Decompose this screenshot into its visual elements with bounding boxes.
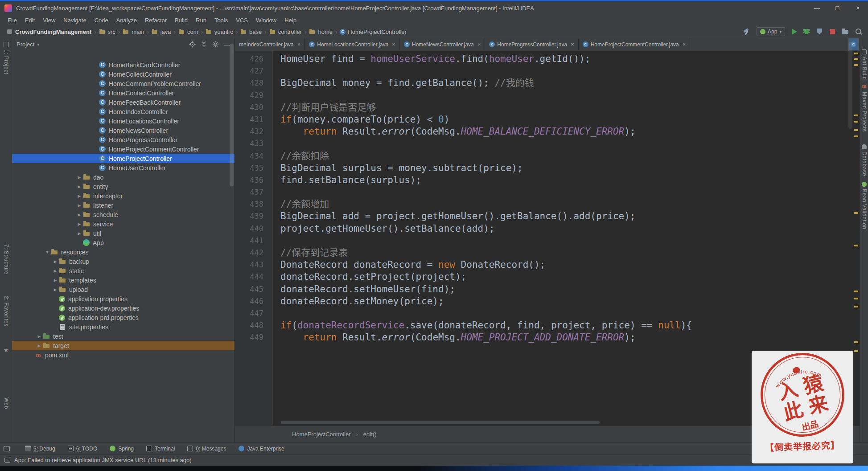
tab-meindexcontroller-java[interactable]: meIndexController.java× <box>235 38 305 50</box>
tree-item-homebankcardcontroller[interactable]: CHomeBankCardController <box>12 60 234 70</box>
menu-vcs[interactable]: VCS <box>232 16 252 25</box>
settings-icon[interactable] <box>212 41 219 48</box>
expand-icon[interactable]: ▶ <box>76 213 83 217</box>
tree-item-homeprogresscontroller[interactable]: CHomeProgressController <box>12 135 234 144</box>
breadcrumb-homeprojectcontroller[interactable]: HomeProjectController <box>292 431 351 438</box>
tool-button-web[interactable]: Web <box>0 397 12 409</box>
expand-icon[interactable]: ▶ <box>52 259 59 264</box>
tool-button-5-debug[interactable]: 5: Debug <box>25 446 55 452</box>
expand-icon[interactable]: ▶ <box>76 184 83 189</box>
run-icon[interactable] <box>789 27 798 36</box>
debug-icon[interactable] <box>802 27 811 36</box>
breadcrumb-edit[interactable]: edit() <box>363 431 377 438</box>
tree-item-homecollectcontroller[interactable]: CHomeCollectController <box>12 70 234 79</box>
expand-icon[interactable]: ▶ <box>76 175 83 180</box>
tree-item-upload[interactable]: ▶upload <box>12 285 234 294</box>
collapse-all-icon[interactable] <box>201 41 207 48</box>
horizontal-scrollbar[interactable] <box>281 421 600 424</box>
tree-item-homeindexcontroller[interactable]: CHomeIndexController <box>12 107 234 116</box>
expand-icon[interactable]: ▶ <box>52 287 59 292</box>
close-tab-icon[interactable]: × <box>477 41 481 48</box>
tree-item-dao[interactable]: ▶dao <box>12 172 234 182</box>
warning-mark-icon[interactable] <box>854 245 858 246</box>
tree-item-homecommonproblemcontroller[interactable]: CHomeCommonProblemController <box>12 79 234 88</box>
menu-refactor[interactable]: Refactor <box>141 16 171 25</box>
tree-item-site-properties[interactable]: site.properties <box>12 322 234 332</box>
warning-mark-icon[interactable] <box>854 129 858 131</box>
tree-item-service[interactable]: ▶service <box>12 219 234 229</box>
tool-button-spring[interactable]: Spring <box>110 446 134 452</box>
expand-icon[interactable]: ▶ <box>76 194 83 198</box>
breadcrumb-base[interactable]: base <box>239 29 263 35</box>
tree-item-application-dev-properties[interactable]: application-dev.properties <box>12 303 234 313</box>
tree-item-homeprojectcommentcontroller[interactable]: CHomeProjectCommentController <box>12 144 234 154</box>
minimize-button[interactable]: — <box>806 1 827 15</box>
tree-item-target[interactable]: ▶target <box>12 341 234 350</box>
tool-button-bean-validation[interactable]: Bean Validation <box>860 182 868 229</box>
menu-edit[interactable]: Edit <box>21 16 39 25</box>
tree-item-homelocationscontroller[interactable]: CHomeLocationsController <box>12 116 234 126</box>
menu-tools[interactable]: Tools <box>210 16 232 25</box>
warning-mark-icon[interactable] <box>854 58 858 60</box>
tool-button-favorites[interactable]: 2: Favorites <box>0 296 12 327</box>
menu-analyze[interactable]: Analyze <box>112 16 141 25</box>
warning-mark-icon[interactable] <box>854 350 858 352</box>
tree-item-backup[interactable]: ▶backup <box>12 257 234 266</box>
tree-item-resources[interactable]: ▼resources <box>12 247 234 257</box>
expand-icon[interactable]: ▶ <box>36 334 43 339</box>
tool-button-java-enterprise[interactable]: Java Enterprise <box>239 446 284 452</box>
event-log-icon[interactable] <box>4 458 10 463</box>
close-button[interactable]: × <box>847 1 868 15</box>
breadcrumb-src[interactable]: src <box>98 29 116 35</box>
project-tree-scrollbar[interactable] <box>230 44 234 186</box>
warning-mark-icon[interactable] <box>854 212 858 214</box>
tab-homenewscontroller-java[interactable]: CHomeNewsController.java× <box>400 38 485 50</box>
tree-item-app[interactable]: App <box>12 238 234 247</box>
warning-mark-icon[interactable] <box>854 121 858 123</box>
warning-mark-icon[interactable] <box>854 298 858 299</box>
menu-help[interactable]: Help <box>280 16 300 25</box>
expand-icon[interactable]: ▶ <box>76 231 83 236</box>
menu-file[interactable]: File <box>4 16 21 25</box>
menu-window[interactable]: Window <box>252 16 280 25</box>
breadcrumb-java[interactable]: java <box>151 29 172 35</box>
tab-homeprojectcommentcontroller-java[interactable]: CHomeProjectCommentController.java× <box>579 38 691 50</box>
vertical-scrollbar[interactable] <box>848 42 852 129</box>
warning-mark-icon[interactable] <box>854 115 858 116</box>
breadcrumb-home[interactable]: home <box>308 29 333 35</box>
close-tab-icon[interactable]: × <box>683 41 686 48</box>
favorites-star-icon[interactable]: ★ <box>0 347 12 353</box>
tree-item-homeprojectcontroller[interactable]: CHomeProjectController <box>12 154 234 163</box>
tool-button-database[interactable]: Database <box>860 144 868 176</box>
coverage-icon[interactable] <box>815 27 824 36</box>
menu-code[interactable]: Code <box>91 16 112 25</box>
menu-navigate[interactable]: Navigate <box>59 16 90 25</box>
warning-mark-icon[interactable] <box>854 64 858 66</box>
menu-run[interactable]: Run <box>192 16 210 25</box>
close-tab-icon[interactable]: × <box>392 41 395 48</box>
tree-item-test[interactable]: ▶test <box>12 332 234 341</box>
warning-mark-icon[interactable] <box>854 341 858 343</box>
tree-item-templates[interactable]: ▶templates <box>12 275 234 285</box>
tree-item-homefeedbackcontroller[interactable]: CHomeFeedBackController <box>12 98 234 107</box>
tab-homelocationscontroller-java[interactable]: CHomeLocationsController.java× <box>305 38 400 50</box>
tool-button-terminal[interactable]: Terminal <box>146 446 175 452</box>
expand-icon[interactable]: ▶ <box>36 344 43 348</box>
expand-icon[interactable]: ▼ <box>44 250 51 254</box>
open-folder-icon[interactable] <box>841 27 850 36</box>
expand-icon[interactable]: ▶ <box>52 269 59 273</box>
run-config-select[interactable]: App▾ <box>757 27 785 36</box>
tool-button-ant-build[interactable]: Ant Build <box>860 49 868 80</box>
tool-button-0-messages[interactable]: 0: Messages <box>187 446 226 452</box>
tree-item-static[interactable]: ▶static <box>12 266 234 275</box>
tree-item-homecontactcontroller[interactable]: CHomeContactController <box>12 88 234 98</box>
tree-item-pom-xml[interactable]: mpom.xml <box>12 350 234 360</box>
tool-window-switcher-icon[interactable] <box>4 446 10 451</box>
expand-icon[interactable]: ▶ <box>76 222 83 226</box>
tree-item-homeusercontroller[interactable]: CHomeUserController <box>12 163 234 172</box>
warning-mark-icon[interactable] <box>854 291 858 292</box>
tool-button-maven-projects[interactable]: mMaven Projects <box>860 83 868 132</box>
close-tab-icon[interactable]: × <box>571 41 574 48</box>
warning-mark-icon[interactable] <box>854 53 858 54</box>
tool-button-structure[interactable]: 7: Structure <box>0 244 12 274</box>
